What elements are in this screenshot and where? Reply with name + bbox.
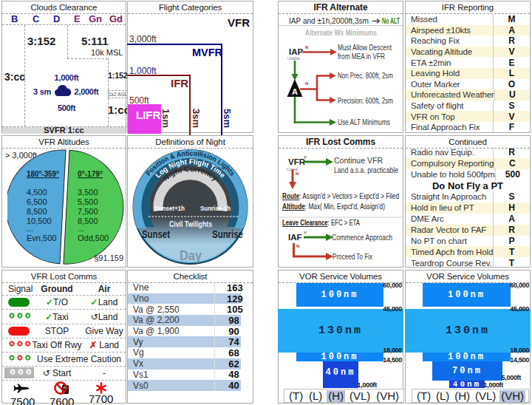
svg-text:N: N (305, 45, 308, 50)
svg-text:8,500: 8,500 (27, 207, 47, 216)
svg-text:Altitude: Max( Min, Expct'd, A: Altitude: Max( Min, Expct'd, Assign'd) (282, 202, 385, 211)
svg-text:Day: Day (180, 248, 202, 263)
svg-text:Odd,500: Odd,500 (78, 234, 109, 242)
svg-text:No ALT: No ALT (382, 16, 400, 25)
svg-text:Precision: 600ft, 2sm: Precision: 600ft, 2sm (338, 97, 393, 105)
svg-text:Proceed To Fix: Proceed To Fix (332, 253, 372, 261)
svg-text:Non Prec. 800ft, 2sm: Non Prec. 800ft, 2sm (338, 72, 393, 80)
svg-text:N: N (305, 81, 308, 86)
svg-text:IAF: IAF (288, 233, 302, 242)
svg-text:Sunrise: Sunrise (212, 228, 243, 240)
svg-text:A: A (292, 87, 298, 96)
svg-text:Commence Approach: Commence Approach (332, 234, 392, 242)
svg-text:Evn,500: Evn,500 (27, 234, 56, 242)
svg-text:Continue VFR: Continue VFR (334, 157, 383, 165)
svg-text:Leave Clearance: EFC > ETA: Leave Clearance: EFC > ETA (282, 219, 360, 227)
svg-text:6,500: 6,500 (27, 197, 47, 206)
svg-text:IAP: IAP (289, 47, 304, 56)
svg-text:...: ... (27, 224, 33, 233)
svg-text:7,500: 7,500 (78, 207, 98, 216)
svg-text:Alternate Wx Minimums: Alternate Wx Minimums (305, 28, 377, 37)
svg-text:IAP and ±1h,2000ft,3sm: IAP and ±1h,2000ft,3sm (289, 16, 369, 25)
svg-text:Sunrise-1h: Sunrise-1h (200, 204, 231, 212)
svg-text:Sunset: Sunset (142, 228, 170, 240)
svg-text:Y: Y (304, 155, 307, 160)
svg-text:Y: Y (304, 231, 307, 235)
svg-text:Use ALT Minimums: Use ALT Minimums (338, 118, 390, 126)
svg-text:Route: Assign'd > Vectors > Ex: Route: Assign'd > Vectors > Expct'd > Fi… (282, 192, 399, 200)
svg-text:Must Allow Descent: Must Allow Descent (338, 44, 392, 52)
svg-text:0°-179°: 0°-179° (78, 169, 103, 178)
svg-text:Sunset+1h: Sunset+1h (154, 204, 185, 212)
svg-text:N: N (296, 171, 299, 176)
svg-text:Land a.s.a. practicable: Land a.s.a. practicable (334, 166, 398, 174)
svg-text:N: N (296, 244, 299, 248)
svg-text:...: ... (78, 224, 84, 233)
svg-text:4,500: 4,500 (27, 188, 47, 197)
svg-text:from MEA in VFR: from MEA in VFR (338, 52, 385, 61)
svg-text:Civil Twilights: Civil Twilights (169, 219, 212, 228)
svg-text:180°-359°: 180°-359° (27, 169, 59, 178)
svg-text:5,500: 5,500 (78, 197, 98, 206)
svg-text:Usable: Usable (287, 56, 300, 61)
svg-text:3,500: 3,500 (78, 188, 98, 197)
